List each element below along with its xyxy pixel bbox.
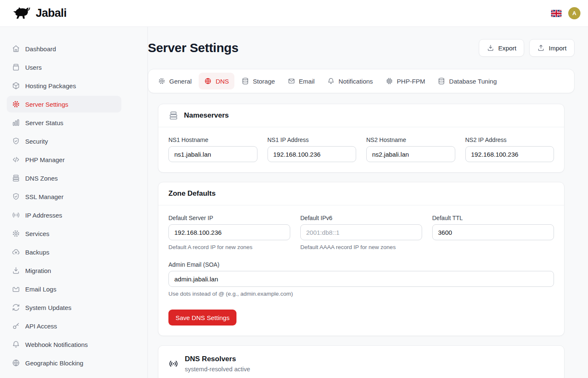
main-content: Server Settings Export Import General DN…	[148, 27, 588, 378]
ns1-ip-input[interactable]	[268, 146, 357, 162]
sidebar-item-label: Hosting Packages	[25, 82, 76, 89]
nameservers-card-body: NS1 Hostname NS1 IP Address NS2 Hostname	[158, 127, 564, 172]
ns2-ip-input[interactable]	[465, 146, 554, 162]
sidebar-item-label: API Access	[25, 323, 57, 330]
sidebar-item-ip-addresses[interactable]: IP Addresses	[7, 207, 121, 223]
home-icon	[12, 45, 20, 53]
field-label: NS1 Hostname	[168, 136, 257, 143]
export-button[interactable]: Export	[479, 39, 524, 57]
tab-notifications[interactable]: Notifications	[322, 73, 378, 89]
sidebar-item-server-settings[interactable]: Server Settings	[7, 96, 121, 113]
field-label: NS2 IP Address	[465, 136, 554, 143]
settings-tabs: General DNS Storage Email Notifications …	[148, 69, 575, 93]
zone-defaults-card: Zone Defaults Default Server IP Default …	[158, 182, 564, 336]
ns2-hostname-input[interactable]	[366, 146, 455, 162]
sidebar-item-security[interactable]: Security	[7, 133, 121, 150]
cpu-icon	[386, 77, 393, 85]
field-help: Default AAAA record IP for new zones	[300, 244, 422, 250]
sidebar-item-services[interactable]: Services	[7, 225, 121, 242]
globe-icon	[12, 359, 20, 367]
radio-icon	[12, 211, 20, 219]
ns1-hostname-input[interactable]	[168, 146, 257, 162]
bell-icon	[12, 340, 20, 349]
sidebar-item-label: Webhook Notifications	[25, 341, 88, 348]
users-icon	[12, 63, 20, 71]
import-button[interactable]: Import	[529, 39, 575, 57]
tab-label: PHP-FPM	[397, 78, 425, 85]
field-ns2-ip: NS2 IP Address	[465, 136, 554, 162]
field-ns1-ip: NS1 IP Address	[268, 136, 357, 162]
sidebar-item-label: Users	[25, 64, 42, 71]
dns-resolvers-card: DNS Resolvers systemd-resolved active	[158, 345, 564, 378]
sidebar-item-label: Email Logs	[25, 286, 56, 293]
package-icon	[12, 81, 20, 90]
tab-database-tuning[interactable]: Database Tuning	[432, 73, 502, 89]
code-icon	[12, 155, 20, 164]
server-stack-icon	[168, 110, 178, 121]
export-label: Export	[498, 45, 516, 52]
field-label: Default Server IP	[168, 215, 290, 221]
sidebar-item-system-updates[interactable]: System Updates	[7, 299, 121, 316]
tab-dns[interactable]: DNS	[199, 73, 234, 89]
tab-label: Email	[299, 78, 315, 85]
field-help: Use dots instead of @ (e.g., admin.examp…	[168, 291, 554, 297]
sidebar-item-api-access[interactable]: API Access	[7, 318, 121, 334]
app-root: Jabali A Dashboard Users Hosting Package…	[0, 0, 588, 378]
sidebar-item-hosting-packages[interactable]: Hosting Packages	[7, 77, 121, 94]
field-label: Default IPv6	[300, 215, 422, 221]
sidebar-item-label: Server Settings	[25, 101, 68, 108]
sidebar-item-backups[interactable]: Backups	[7, 244, 121, 260]
zone-defaults-card-body: Default Server IP Default A record IP fo…	[158, 205, 564, 336]
tab-content: Nameservers NS1 Hostname NS1 IP Address	[148, 93, 575, 378]
tab-general[interactable]: General	[152, 73, 197, 89]
brand-name: Jabali	[36, 7, 67, 20]
sidebar-item-users[interactable]: Users	[7, 59, 121, 76]
gear-icon	[158, 77, 165, 85]
sidebar-item-webhook-notifications[interactable]: Webhook Notifications	[7, 336, 121, 353]
tab-php-fpm[interactable]: PHP-FPM	[380, 73, 431, 89]
sidebar-item-email-logs[interactable]: Email Logs	[7, 281, 121, 297]
default-ttl-input[interactable]	[432, 224, 554, 240]
tab-storage[interactable]: Storage	[236, 73, 281, 89]
zone-defaults-title: Zone Defaults	[168, 189, 215, 198]
gear-icon	[12, 229, 20, 238]
sidebar-item-geographic-blocking[interactable]: Geographic Blocking	[7, 354, 121, 371]
default-ipv6-input[interactable]	[300, 224, 422, 240]
top-header: Jabali A	[0, 0, 588, 27]
sidebar-item-dashboard[interactable]: Dashboard	[7, 40, 121, 57]
key-icon	[12, 322, 20, 330]
shield-check-icon	[12, 137, 20, 145]
page-actions: Export Import	[479, 39, 575, 57]
brand-logo[interactable]: Jabali	[11, 6, 67, 21]
nameservers-card: Nameservers NS1 Hostname NS1 IP Address	[158, 104, 564, 173]
admin-email-input[interactable]	[168, 271, 554, 287]
sidebar-item-label: System Updates	[25, 304, 71, 311]
mail-icon	[288, 77, 295, 85]
shield-check-icon	[12, 192, 20, 201]
tab-email[interactable]: Email	[282, 73, 320, 89]
download-icon	[12, 266, 20, 275]
tab-label: Notifications	[339, 78, 373, 85]
field-label: Default TTL	[432, 215, 554, 221]
sidebar-nav: Dashboard Users Hosting Packages Server …	[0, 27, 148, 378]
sidebar-item-ssl-manager[interactable]: SSL Manager	[7, 188, 121, 205]
sidebar-item-server-status[interactable]: Server Status	[7, 114, 121, 131]
user-avatar[interactable]: A	[568, 7, 580, 19]
sidebar-item-php-manager[interactable]: PHP Manager	[7, 151, 121, 168]
field-default-ttl: Default TTL	[432, 215, 554, 250]
tab-label: DNS	[215, 78, 229, 85]
sidebar-item-dns-zones[interactable]: DNS Zones	[7, 170, 121, 186]
field-label: NS1 IP Address	[268, 136, 357, 143]
download-icon	[487, 44, 494, 52]
default-server-ip-input[interactable]	[168, 224, 290, 240]
nameservers-title: Nameservers	[184, 111, 229, 120]
sidebar-item-label: Security	[25, 138, 48, 145]
upload-icon	[537, 44, 545, 52]
language-flag-icon[interactable]	[551, 10, 562, 17]
sidebar-item-label: PHP Manager	[25, 156, 65, 163]
field-help: Default A record IP for new zones	[168, 244, 290, 250]
save-dns-settings-button[interactable]: Save DNS Settings	[168, 310, 236, 326]
bell-icon	[327, 77, 335, 85]
dns-resolvers-header: DNS Resolvers systemd-resolved active	[158, 346, 564, 378]
sidebar-item-migration[interactable]: Migration	[7, 262, 121, 279]
